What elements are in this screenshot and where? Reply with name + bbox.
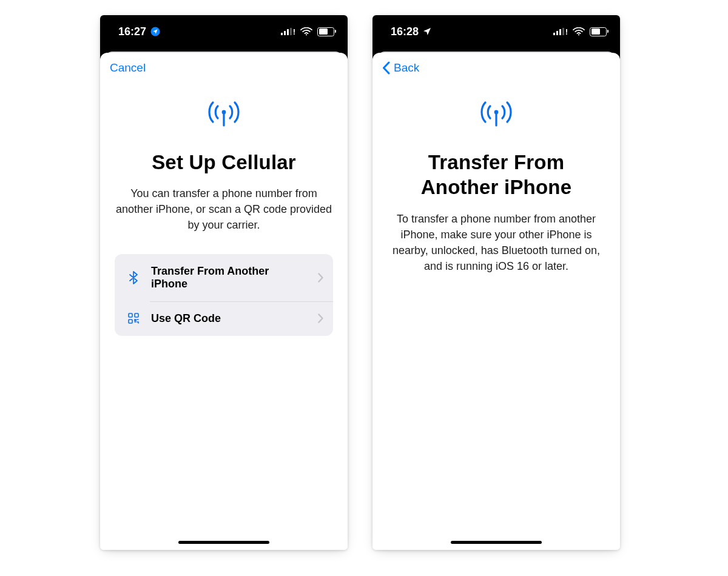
home-indicator — [451, 541, 542, 544]
option-use-qr-code[interactable]: Use QR Code — [115, 301, 333, 336]
page-subtitle: You can transfer a phone number from ano… — [115, 186, 333, 233]
status-bar: 16:27 ! — [100, 15, 348, 48]
nav-bar: Cancel — [100, 53, 348, 83]
wifi-icon — [573, 27, 585, 36]
option-transfer-from-iphone[interactable]: Transfer From Another iPhone — [115, 254, 333, 301]
qr-icon — [127, 313, 140, 324]
bluetooth-icon — [127, 271, 140, 284]
page-subtitle: To transfer a phone number from another … — [387, 211, 605, 274]
battery-icon — [590, 27, 607, 36]
cancel-button[interactable]: Cancel — [110, 61, 146, 75]
status-time: 16:27 — [118, 25, 146, 38]
status-time: 16:28 — [391, 25, 419, 38]
page-title: Transfer From Another iPhone — [387, 150, 605, 200]
modal-sheet: Back Transfer From Another iPhone To tra… — [372, 53, 620, 550]
battery-icon — [317, 27, 334, 36]
home-indicator — [178, 541, 269, 544]
chevron-right-icon — [318, 273, 323, 283]
status-bar: 16:28 ! — [372, 15, 620, 48]
iphone-screenshot-left: 16:27 ! Cancel — [100, 15, 348, 550]
modal-sheet: Cancel Set Up Cellular You can transfer … — [100, 53, 348, 550]
cellular-icon: ! — [553, 27, 568, 36]
cellular-antenna-icon — [479, 100, 513, 127]
page-title: Set Up Cellular — [152, 150, 296, 175]
cellular-icon: ! — [281, 27, 295, 36]
svg-point-1 — [306, 34, 307, 35]
location-badge-icon — [150, 26, 161, 37]
chevron-left-icon — [382, 61, 390, 75]
nav-bar: Back — [372, 53, 620, 83]
options-list: Transfer From Another iPhone — [115, 254, 333, 336]
iphone-screenshot-right: 16:28 ! — [372, 15, 620, 550]
chevron-right-icon — [318, 313, 323, 323]
option-label: Use QR Code — [151, 312, 307, 325]
svg-rect-4 — [129, 313, 132, 317]
cellular-antenna-icon — [207, 100, 241, 127]
svg-rect-5 — [135, 313, 138, 317]
svg-rect-6 — [129, 320, 132, 323]
location-icon — [422, 27, 432, 36]
back-button[interactable]: Back — [382, 61, 419, 75]
wifi-icon — [300, 27, 312, 36]
svg-point-7 — [578, 34, 579, 35]
back-label: Back — [394, 61, 419, 75]
option-label: Transfer From Another iPhone — [151, 265, 307, 290]
